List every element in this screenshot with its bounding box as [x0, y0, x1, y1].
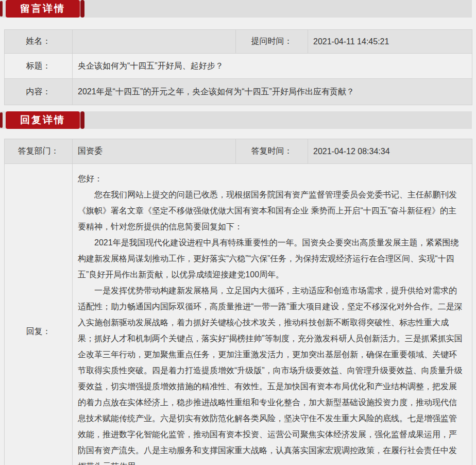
reply-paragraph: 您在我们网站上提交的问题已收悉，现根据国务院国有资产监督管理委员会党委书记、主任… [78, 187, 465, 235]
ask-time-label: 提问时间： [236, 30, 308, 54]
message-detail-table: 姓名： 提问时间： 2021-04-11 14:45:21 标题： 央企该如何为… [4, 29, 472, 105]
reply-paragraph: 您好： [78, 171, 465, 187]
message-section: 留言详情 姓名： 提问时间： 2021-04-11 14:45:21 标题： 央… [0, 0, 476, 105]
reply-section-header-band: 回复详情 [0, 111, 472, 129]
reply-text: 您好： 您在我们网站上提交的问题已收悉，现根据国务院国有资产监督管理委员会党委书… [78, 171, 465, 465]
table-row: 标题： 央企该如何为“十四五”开好局、起好步？ [5, 54, 472, 79]
table-row: 回复： 您好： 您在我们网站上提交的问题已收悉，现根据国务院国有资产监督管理委员… [5, 164, 472, 465]
dept-value: 国资委 [73, 139, 236, 164]
reply-label: 回复： [5, 164, 73, 465]
reply-section-title: 回复详情 [20, 114, 65, 125]
accent-bar-right [80, 0, 84, 18]
table-row: 内容： 2021年是“十四五”的开元之年，央企该如何为“十四五”开好局作出应有贡… [5, 79, 472, 105]
message-section-title: 留言详情 [20, 3, 65, 14]
reply-section: 回复详情 答复部门： 国资委 答复时间： 2021-04-12 08:34:34… [0, 111, 476, 465]
content-value: 2021年是“十四五”的开元之年，央企该如何为“十四五”开好局作出应有贡献？ [73, 79, 472, 105]
message-section-title-badge: 留言详情 [6, 0, 80, 18]
table-row: 姓名： 提问时间： 2021-04-11 14:45:21 [5, 30, 472, 54]
reply-paragraph: 2021年是我国现代化建设进程中具有特殊重要性的一年。国资央企要突出高质量发展主… [78, 235, 465, 283]
reply-detail-table: 答复部门： 国资委 答复时间： 2021-04-12 08:34:34 回复： … [4, 139, 472, 465]
reply-time-label: 答复时间： [236, 139, 308, 164]
dept-label: 答复部门： [5, 139, 73, 164]
reply-content: 您好： 您在我们网站上提交的问题已收悉，现根据国务院国有资产监督管理委员会党委书… [73, 164, 472, 465]
name-value [73, 30, 236, 54]
accent-bar-right [80, 111, 84, 129]
name-label: 姓名： [5, 30, 73, 54]
accent-bar-left [0, 1, 3, 16]
reply-section-title-badge: 回复详情 [6, 111, 80, 129]
title-label: 标题： [5, 54, 73, 79]
title-value: 央企该如何为“十四五”开好局、起好步？ [73, 54, 472, 79]
reply-time-value: 2021-04-12 08:34:34 [308, 139, 472, 164]
table-row: 答复部门： 国资委 答复时间： 2021-04-12 08:34:34 [5, 139, 472, 164]
ask-time-value: 2021-04-11 14:45:21 [308, 30, 472, 54]
content-label: 内容： [5, 79, 73, 105]
message-section-header-band: 留言详情 [0, 0, 472, 18]
reply-paragraph: 一是发挥优势带动构建新发展格局，立足国内大循环，主动适应和创造市场需求，提升供给… [78, 283, 465, 465]
accent-bar-left [0, 112, 3, 128]
